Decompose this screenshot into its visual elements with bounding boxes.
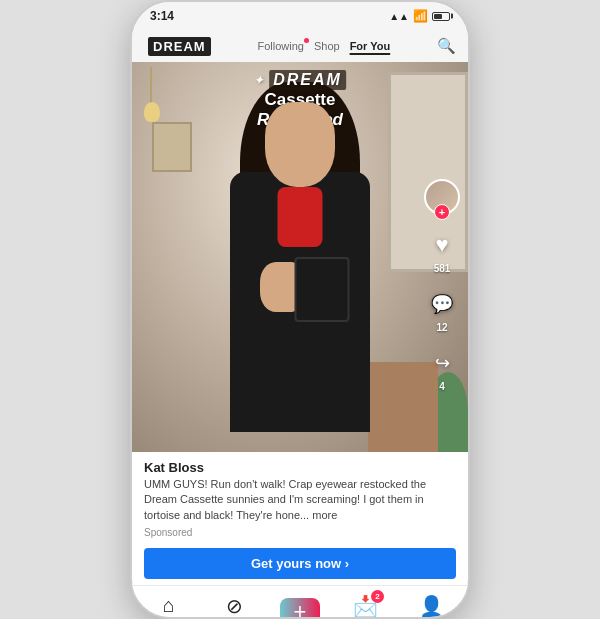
tab-for-you[interactable]: For You [350, 40, 391, 52]
search-icon[interactable]: 🔍 [437, 37, 456, 55]
share-count: 4 [439, 381, 445, 392]
comment-button[interactable]: 💬 12 [426, 288, 458, 333]
side-actions: + ♥ 581 💬 12 ↪ 4 [424, 179, 460, 392]
light-bulb [144, 102, 160, 122]
following-dot [304, 38, 309, 43]
plus-icon: + [294, 599, 307, 619]
nav-tabs-center: Following Shop For You [257, 40, 390, 52]
bottom-panel: Kat Bloss UMM GUYS! Run don't walk! Crap… [132, 452, 468, 579]
inbox-badge-container: 📩 2 [353, 594, 378, 618]
brand-logo: DREAM [148, 37, 211, 56]
creator-avatar-action[interactable]: + [424, 179, 460, 215]
video-info: Kat Bloss UMM GUYS! Run don't walk! Crap… [132, 452, 468, 542]
product-bag [295, 257, 350, 322]
battery-icon [432, 12, 450, 21]
status-time: 3:14 [150, 9, 174, 23]
discover-icon: ⊘ [226, 594, 243, 618]
creator-name[interactable]: Kat Bloss [144, 460, 456, 475]
nav-home[interactable]: ⌂ Home [136, 594, 202, 619]
nav-create[interactable]: + [267, 598, 333, 619]
sponsored-label: Sponsored [144, 527, 456, 538]
cta-label: Get yours now › [251, 556, 349, 571]
tab-shop[interactable]: Shop [314, 40, 340, 52]
brand-text: DREAM [269, 70, 346, 90]
create-plus-button[interactable]: + [280, 598, 320, 619]
nav-profile[interactable]: 👤 Profile [398, 594, 464, 619]
share-icon: ↪ [426, 347, 458, 379]
status-icons: ▲▲ 📶 [389, 9, 450, 23]
phone-frame: 3:14 ▲▲ 📶 DREAM Following Shop For You 🔍 [130, 0, 470, 619]
wall-art [152, 122, 192, 172]
status-bar: 3:14 ▲▲ 📶 [132, 2, 468, 30]
video-area: ✦ DREAM Cassette Restocked + ♥ 581 💬 12 … [132, 62, 468, 452]
video-caption: UMM GUYS! Run don't walk! Crap eyewear r… [144, 477, 456, 523]
share-button[interactable]: ↪ 4 [426, 347, 458, 392]
signal-icon: ▲▲ [389, 11, 409, 22]
nav-tabs: DREAM Following Shop For You 🔍 [132, 30, 468, 62]
profile-icon: 👤 [419, 594, 444, 618]
comment-icon: 💬 [426, 288, 458, 320]
follow-plus-button[interactable]: + [434, 204, 450, 220]
comment-count: 12 [436, 322, 447, 333]
nav-inbox[interactable]: 📩 2 Inbox [333, 594, 399, 619]
bottom-nav: ⌂ Home ⊘ Discover + 📩 2 Inbox 👤 Profile [132, 585, 468, 619]
wifi-icon: 📶 [413, 9, 428, 23]
home-icon: ⌂ [163, 594, 175, 617]
person-face [265, 102, 335, 187]
like-count: 581 [434, 263, 451, 274]
cta-button[interactable]: Get yours now › [144, 548, 456, 579]
tab-following[interactable]: Following [257, 40, 303, 52]
heart-icon: ♥ [426, 229, 458, 261]
person-top-accent [278, 187, 323, 247]
video-brand: ✦ DREAM [254, 70, 346, 90]
like-button[interactable]: ♥ 581 [426, 229, 458, 274]
light-fixture [150, 67, 152, 107]
inbox-count-badge: 2 [371, 590, 384, 603]
nav-discover[interactable]: ⊘ Discover [202, 594, 268, 619]
